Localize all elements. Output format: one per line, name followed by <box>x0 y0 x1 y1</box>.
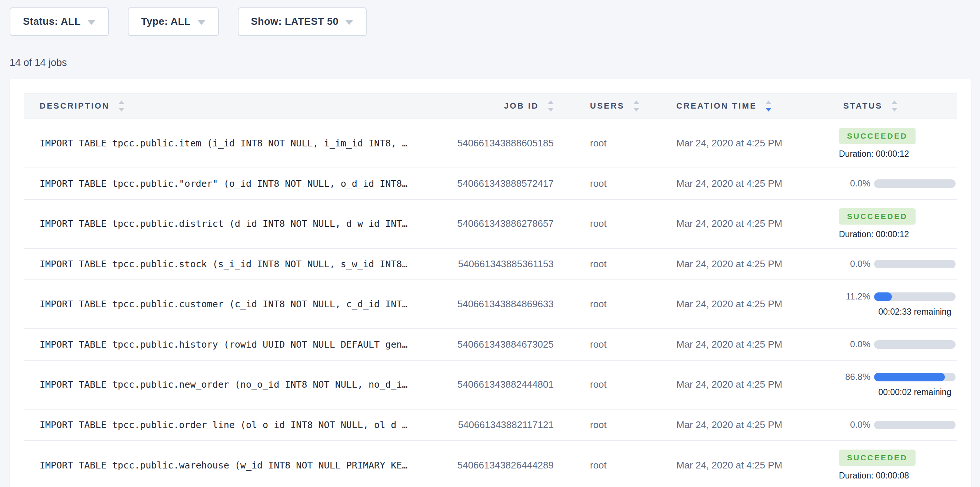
type-filter-label: Type: ALL <box>141 16 191 27</box>
sort-up-icon <box>119 101 124 104</box>
progress-bar-fill <box>874 373 945 382</box>
job-row: IMPORT TABLE tpcc.public.order_line (ol_… <box>24 409 957 441</box>
jobs-count-summary: 14 of 14 jobs <box>10 57 980 69</box>
chevron-down-icon <box>345 20 353 25</box>
column-header-label: STATUS <box>843 101 883 111</box>
job-status-succeeded: SUCCEEDED Duration: 00:00:12 <box>839 208 957 240</box>
sort-down-icon <box>119 108 124 112</box>
sort-up-icon <box>891 101 897 104</box>
job-row: IMPORT TABLE tpcc.public.customer (c_id … <box>24 280 957 329</box>
column-header[interactable]: STATUS <box>809 94 957 119</box>
sort-up-icon <box>548 101 554 104</box>
progress-bar <box>874 373 956 382</box>
sort-arrows-icon <box>119 101 124 112</box>
chevron-down-icon <box>197 20 205 25</box>
sort-down-icon <box>891 108 897 112</box>
job-status-progress: 86.8% 00:00:02 remaining <box>839 372 957 397</box>
job-creation-time: Mar 24, 2020 at 4:25 PM <box>676 379 782 390</box>
job-status-progress: 0.0% <box>839 259 957 269</box>
progress-percent: 0.0% <box>839 339 870 350</box>
job-creation-time: Mar 24, 2020 at 4:25 PM <box>676 419 782 430</box>
column-header[interactable]: CREATION TIME <box>670 94 809 119</box>
column-header[interactable]: DESCRIPTION <box>24 94 455 119</box>
job-id: 540661343884869633 <box>457 299 554 310</box>
filters-bar: Status: ALL Type: ALL Show: LATEST 50 <box>0 0 980 36</box>
job-id: 540661343886278657 <box>457 218 554 229</box>
job-user: root <box>590 379 607 390</box>
progress-bar <box>874 340 956 349</box>
progress-remaining: 00:02:33 remaining <box>874 307 956 317</box>
sort-up-icon <box>765 101 772 104</box>
job-user: root <box>590 178 607 189</box>
sort-arrows-icon <box>548 101 554 112</box>
progress-bar-fill <box>874 292 892 301</box>
table-body: IMPORT TABLE tpcc.public.item (i_id INT8… <box>24 119 957 487</box>
column-header-label: DESCRIPTION <box>40 101 110 111</box>
job-creation-time: Mar 24, 2020 at 4:25 PM <box>676 137 782 148</box>
job-description: IMPORT TABLE tpcc.public.stock (s_i_id I… <box>40 259 407 270</box>
job-status-succeeded: SUCCEEDED Duration: 00:00:08 <box>839 450 957 481</box>
job-row: IMPORT TABLE tpcc.public.history (rowid … <box>24 329 957 360</box>
job-row: IMPORT TABLE tpcc.public.district (d_id … <box>24 200 957 248</box>
job-row: IMPORT TABLE tpcc.public.item (i_id INT8… <box>24 119 957 168</box>
sort-arrows-icon <box>765 101 772 112</box>
job-row: IMPORT TABLE tpcc.public.stock (s_i_id I… <box>24 248 957 280</box>
job-creation-time: Mar 24, 2020 at 4:25 PM <box>676 218 782 229</box>
job-id: 540661343882117121 <box>458 419 554 430</box>
job-status-progress: 11.2% 00:02:33 remaining <box>839 291 957 317</box>
job-row: IMPORT TABLE tpcc.public.new_order (no_o… <box>24 360 957 409</box>
job-id: 540661343885361153 <box>458 258 554 270</box>
job-creation-time: Mar 24, 2020 at 4:25 PM <box>676 339 782 350</box>
job-row: IMPORT TABLE tpcc.public.warehouse (w_id… <box>24 441 957 487</box>
job-user: root <box>590 218 607 229</box>
job-description: IMPORT TABLE tpcc.public.history (rowid … <box>40 339 407 350</box>
job-duration: Duration: 00:00:12 <box>839 149 957 159</box>
job-description: IMPORT TABLE tpcc.public.warehouse (w_id… <box>40 460 407 471</box>
job-description: IMPORT TABLE tpcc.public.order_line (ol_… <box>40 420 407 430</box>
status-filter-label: Status: ALL <box>23 16 81 27</box>
job-creation-time: Mar 24, 2020 at 4:25 PM <box>676 178 782 189</box>
sort-down-icon <box>548 108 554 112</box>
job-id: 540661343884673025 <box>457 339 554 350</box>
table-header-row: DESCRIPTION JOB ID USERS CREATION TIME <box>24 94 957 119</box>
jobs-table-card: DESCRIPTION JOB ID USERS CREATION TIME <box>10 78 971 487</box>
progress-percent: 11.2% <box>839 291 870 302</box>
status-filter-dropdown[interactable]: Status: ALL <box>10 7 109 36</box>
progress-bar <box>874 260 956 268</box>
progress-percent: 0.0% <box>839 420 870 430</box>
job-description: IMPORT TABLE tpcc.public."order" (o_id I… <box>40 178 407 189</box>
progress-remaining: 00:00:02 remaining <box>874 387 956 397</box>
show-filter-dropdown[interactable]: Show: LATEST 50 <box>238 7 367 36</box>
job-user: root <box>590 137 607 148</box>
job-creation-time: Mar 24, 2020 at 4:25 PM <box>676 299 782 310</box>
status-badge: SUCCEEDED <box>839 208 916 225</box>
progress-bar <box>874 179 956 188</box>
job-description: IMPORT TABLE tpcc.public.new_order (no_o… <box>40 379 407 390</box>
job-id: 540661343826444289 <box>457 460 554 471</box>
job-duration: Duration: 00:00:12 <box>839 230 957 240</box>
job-description: IMPORT TABLE tpcc.public.item (i_id INT8… <box>40 138 407 148</box>
job-user: root <box>590 339 607 350</box>
type-filter-dropdown[interactable]: Type: ALL <box>128 7 219 36</box>
status-badge: SUCCEEDED <box>839 450 916 466</box>
progress-bar <box>874 421 956 429</box>
chevron-down-icon <box>88 20 95 25</box>
job-duration: Duration: 00:00:08 <box>839 471 957 481</box>
job-description: IMPORT TABLE tpcc.public.customer (c_id … <box>40 299 407 310</box>
progress-percent: 0.0% <box>839 259 870 269</box>
column-header-label: USERS <box>590 101 624 111</box>
sort-down-icon <box>765 108 772 112</box>
job-id: 540661343882444801 <box>457 379 554 390</box>
column-header[interactable]: USERS <box>559 94 670 119</box>
jobs-page: Status: ALL Type: ALL Show: LATEST 50 14… <box>0 0 980 487</box>
job-status-progress: 0.0% <box>839 339 957 350</box>
job-id: 540661343888572417 <box>457 178 554 189</box>
column-header[interactable]: JOB ID <box>455 94 559 119</box>
job-user: root <box>590 460 607 471</box>
job-status-progress: 0.0% <box>839 178 957 188</box>
job-user: root <box>590 299 607 310</box>
sort-down-icon <box>633 108 639 112</box>
status-badge: SUCCEEDED <box>839 128 916 144</box>
progress-bar <box>874 292 956 301</box>
progress-percent: 86.8% <box>839 372 870 382</box>
